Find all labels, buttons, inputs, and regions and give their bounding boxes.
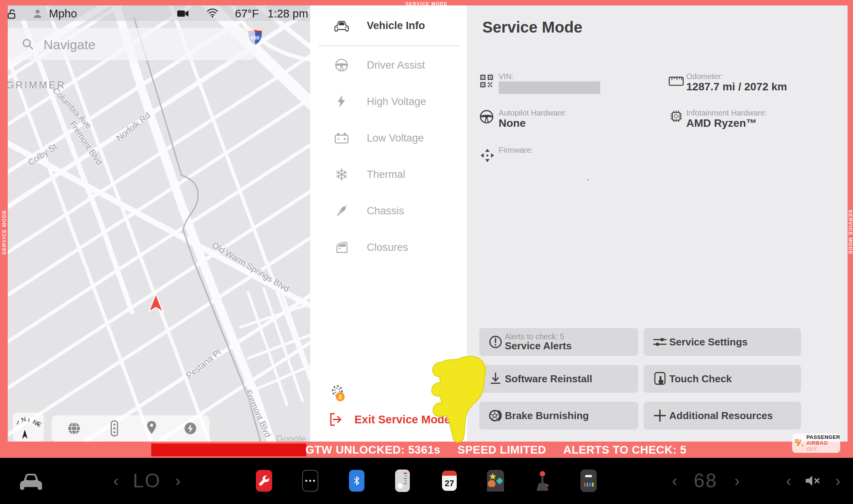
- thermometer-device-icon[interactable]: [395, 469, 410, 492]
- autopilot-value: None: [499, 117, 526, 129]
- airbag-text-airbag: AIRBAG: [806, 440, 828, 446]
- map-roads: [0, 5, 310, 442]
- alerts-to-check-status: ALERTS TO CHECK: 5: [563, 444, 687, 456]
- menu-item-label: Chassis: [367, 205, 404, 217]
- bluetooth-icon: [352, 474, 362, 487]
- passenger-airbag-indicator: 2 PASSENGER AIRBAG OFF: [792, 433, 840, 453]
- alert-circle-icon: [488, 334, 503, 350]
- cabin-temperature-display[interactable]: 68: [694, 469, 718, 492]
- map-status-bar: [0, 5, 310, 21]
- battery-icon: [334, 131, 349, 145]
- unlocked-icon[interactable]: [7, 9, 18, 19]
- download-icon: [488, 371, 503, 387]
- menu-item-high-voltage[interactable]: High Voltage: [334, 93, 426, 110]
- clock: 1:28 pm: [268, 7, 308, 20]
- svg-text:N: N: [21, 416, 27, 423]
- notification-badge: 2: [336, 392, 345, 401]
- menu-item-label: Closures: [367, 242, 408, 254]
- button-label: Additional Resources: [669, 410, 773, 422]
- media-prev-chevron[interactable]: ‹: [786, 472, 791, 490]
- menu-item-low-voltage[interactable]: Low Voltage: [334, 129, 424, 147]
- profile-name[interactable]: Mpho: [49, 7, 77, 20]
- shock-absorber-icon: [334, 204, 349, 218]
- compass-widget[interactable]: N NE: [13, 413, 44, 442]
- menu-divider: [319, 45, 459, 46]
- fan-speed-display[interactable]: LO: [133, 469, 161, 492]
- additional-resources-button[interactable]: Additional Resources: [644, 402, 801, 430]
- menu-item-label: Thermal: [367, 169, 405, 181]
- qr-code-icon: [480, 74, 493, 88]
- satellite-view-icon[interactable]: [66, 421, 82, 436]
- menu-item-chassis[interactable]: Chassis: [334, 202, 404, 219]
- profile-icon[interactable]: [33, 9, 43, 19]
- menu-item-thermal[interactable]: Thermal: [334, 166, 405, 183]
- service-mode-right-banner: SERVICE MODE: [848, 5, 853, 442]
- media-next-chevron[interactable]: ›: [835, 472, 840, 490]
- search-icon: [22, 38, 34, 50]
- volume-muted-icon: [804, 474, 823, 488]
- service-app-icon[interactable]: [256, 470, 272, 492]
- fan-decrease-chevron[interactable]: ‹: [113, 472, 118, 490]
- service-notifications[interactable]: 2: [330, 384, 351, 404]
- touch-check-button[interactable]: Touch Check: [644, 365, 801, 393]
- cpu-chip-icon: [668, 109, 684, 124]
- button-label: Service Settings: [669, 336, 748, 348]
- service-alerts-button[interactable]: Alerts to check: 5 Service Alerts: [479, 328, 638, 356]
- menu-item-closures[interactable]: Closures: [334, 239, 408, 256]
- button-label: Service Alerts: [505, 340, 572, 352]
- button-label: Touch Check: [669, 373, 732, 385]
- service-settings-button[interactable]: Service Settings: [644, 328, 801, 356]
- svg-text:2: 2: [802, 444, 804, 447]
- tesla-service-mode-screen: { "chrome": { "banner": "SERVICE MODE", …: [0, 0, 853, 504]
- button-label: Software Reinstall: [505, 373, 592, 385]
- navigation-map[interactable]: GRIMMER Columbia Ave Norfolk Rd Fremont …: [0, 5, 310, 442]
- location-pin-icon[interactable]: [144, 420, 159, 436]
- service-mode-left-banner: SERVICE MODE: [0, 5, 8, 442]
- ellipsis-icon: [304, 478, 316, 483]
- arcade-app-icon[interactable]: [534, 470, 551, 492]
- taskbar: ‹ LO › 27: [0, 458, 853, 504]
- bluetooth-app-icon[interactable]: [349, 470, 364, 492]
- svg-text:NE: NE: [32, 418, 42, 428]
- service-status-bar: GTW UNLOCKED: 5361s SPEED LIMITED ALERTS…: [0, 442, 853, 458]
- touch-screen-icon: [652, 371, 668, 387]
- menu-item-driver-assist[interactable]: Driver Assist: [334, 57, 425, 74]
- service-mode-panel: Service Mode VIN: Odometer: 1287.7 mi / …: [467, 5, 848, 442]
- vehicle-location-arrow: [148, 293, 164, 312]
- airbag-text-off: OFF: [806, 446, 817, 452]
- search-input[interactable]: [43, 28, 246, 61]
- more-apps-icon[interactable]: [302, 470, 318, 492]
- vehicle-controls-button[interactable]: [19, 470, 43, 491]
- volume-muted-button[interactable]: [804, 474, 823, 488]
- infotainment-value: AMD Ryzen™: [686, 117, 757, 129]
- calendar-app-icon[interactable]: 27: [442, 471, 457, 491]
- plus-icon: [652, 408, 668, 423]
- odometer-value: 1287.7 mi / 2072 km: [686, 81, 787, 93]
- wifi-icon[interactable]: [206, 8, 219, 18]
- temp-decrease-chevron[interactable]: ‹: [672, 472, 677, 490]
- map-toolbar: [52, 415, 209, 442]
- software-reinstall-button[interactable]: Software Reinstall: [479, 365, 638, 393]
- fan-increase-chevron[interactable]: ›: [175, 472, 180, 490]
- button-label: Brake Burnishing: [505, 410, 589, 422]
- navigate-search-box[interactable]: [6, 28, 255, 60]
- temp-increase-chevron[interactable]: ›: [734, 472, 739, 490]
- firmware-label: Firmware:: [499, 146, 533, 155]
- brake-burnishing-button[interactable]: Brake Burnishing: [479, 402, 638, 430]
- toybox-app-icon[interactable]: [580, 469, 597, 492]
- vin-label: VIN:: [499, 72, 514, 81]
- menu-item-vehicle-info[interactable]: Vehicle Info: [334, 17, 425, 34]
- calendar-day: 27: [445, 476, 454, 491]
- car-front-icon: [19, 470, 43, 491]
- wrench-icon: [258, 475, 270, 487]
- exit-icon: [328, 412, 344, 427]
- superchargers-icon[interactable]: [183, 421, 198, 436]
- hand-cursor: [424, 354, 496, 450]
- vin-value-redacted: [499, 81, 600, 94]
- traffic-icon[interactable]: [107, 420, 122, 437]
- infotainment-label: Infotainment Hardware:: [686, 109, 767, 117]
- airbag-icon: 2: [794, 437, 805, 450]
- dashcam-icon[interactable]: [177, 9, 189, 18]
- theater-app-icon[interactable]: [487, 470, 504, 492]
- menu-item-label: High Voltage: [367, 96, 426, 108]
